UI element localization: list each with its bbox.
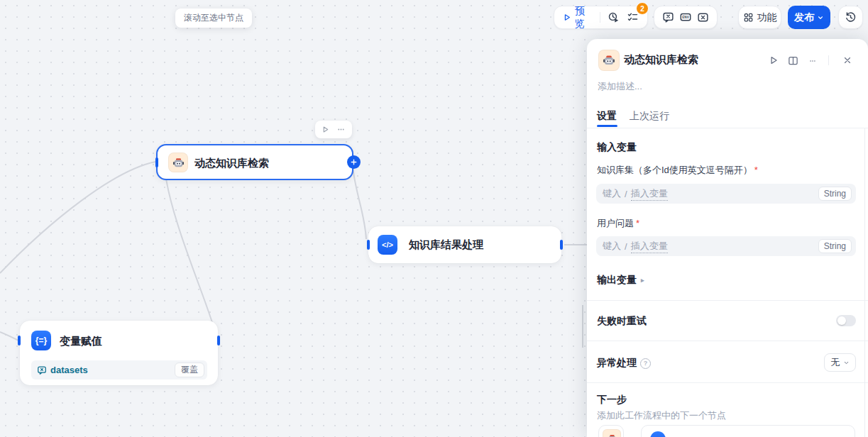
target-handle[interactable]	[155, 157, 158, 167]
required-asterisk: *	[636, 218, 639, 228]
node-kb-result-processor[interactable]: </> 知识库结果处理	[368, 226, 561, 263]
target-handle[interactable]	[367, 240, 370, 250]
x-variable-icon	[697, 11, 709, 23]
preview-button[interactable]: 预览	[563, 5, 593, 31]
field-label: 用户问题*	[597, 217, 639, 230]
robot-emoji-icon	[598, 50, 620, 71]
input-vars-heading: 输入变量	[597, 141, 637, 154]
toolbar-divider	[600, 12, 600, 23]
play-icon	[769, 55, 779, 65]
variable-name: datasets	[50, 365, 88, 375]
features-button[interactable]: 功能	[743, 11, 777, 24]
field-label-text: 用户问题	[597, 218, 634, 228]
panel-run-button[interactable]	[769, 55, 779, 65]
chevron-down-icon	[843, 360, 850, 366]
node-more-icon[interactable]	[336, 126, 346, 133]
next-step-subtitle: 添加此工作流程中的下一个节点	[597, 409, 726, 422]
add-next-node-button[interactable]	[641, 425, 855, 437]
current-node-chip[interactable]	[598, 425, 624, 437]
output-vars-heading: 输出变量	[597, 274, 637, 285]
node-dynamic-kb-retrieval[interactable]: 动态知识库检索	[156, 144, 353, 180]
caret-right-icon: ▸	[641, 277, 644, 284]
panel-more-button[interactable]	[808, 57, 818, 65]
workflow-editor: 滚动至选中节点 动态知识库检索 </> 知识库结果处理 {=} 变量赋值 dat…	[0, 0, 868, 437]
tabs-divider	[587, 128, 868, 128]
chat-variable-button[interactable]	[662, 11, 674, 23]
edge-incoming-assigner[interactable]	[0, 332, 18, 341]
next-node-icon	[650, 431, 666, 437]
required-asterisk: *	[754, 165, 758, 175]
code-icon: </>	[378, 235, 397, 255]
type-badge: String	[818, 239, 852, 253]
chat-variable-icon	[662, 11, 674, 23]
tab-last-run[interactable]: 上次运行	[630, 110, 669, 123]
features-group: 功能	[738, 6, 781, 29]
placeholder-slash: /	[625, 189, 627, 199]
retry-label: 失败时重试	[597, 315, 647, 328]
global-variable-button[interactable]	[697, 11, 709, 23]
section-divider	[587, 341, 868, 341]
scroll-to-node-tooltip: 滚动至选中节点	[175, 9, 252, 28]
checklist-count-badge: 2	[636, 2, 649, 15]
assigned-variable-row[interactable]: datasets 覆盖	[31, 360, 207, 380]
field-label-text: 知识库集（多个Id使用英文逗号隔开）	[597, 165, 752, 175]
panel-split-view-button[interactable]	[788, 55, 798, 66]
edge-retrieval-to-processor[interactable]	[353, 168, 366, 239]
publish-button[interactable]: 发布	[788, 6, 830, 29]
next-step-heading: 下一步	[597, 394, 627, 406]
tab-active-underline	[597, 125, 617, 127]
node-variable-assigner[interactable]: {=} 变量赋值 datasets 覆盖	[20, 321, 218, 385]
placeholder-slash: /	[625, 241, 627, 252]
write-mode-badge: 覆盖	[175, 363, 204, 377]
placeholder-insert-variable: 插入变量	[631, 187, 668, 201]
version-history-button[interactable]	[845, 11, 857, 23]
assigner-icon: {=}	[31, 331, 51, 350]
node-title: 变量赋值	[60, 335, 102, 348]
error-handling-select[interactable]: 无	[824, 353, 856, 372]
placeholder-insert-variable: 插入变量	[631, 240, 668, 253]
placeholder-type: 键入	[603, 240, 621, 253]
split-pane-icon	[788, 55, 798, 66]
user-question-input[interactable]: 键入 / 插入变量 String	[596, 236, 856, 256]
output-vars-toggle[interactable]: 输出变量▸	[597, 274, 644, 287]
type-badge: String	[818, 187, 852, 201]
env-variable-button[interactable]: ENV	[679, 11, 692, 23]
run-toolbar-group: 预览	[554, 6, 648, 29]
node-title: 知识库结果处理	[409, 238, 483, 252]
error-handling-text: 异常处理	[597, 357, 637, 368]
edge-assigner-to-retrieval[interactable]	[165, 169, 217, 339]
description-placeholder[interactable]: 添加描述...	[598, 80, 642, 93]
placeholder-type: 键入	[603, 187, 621, 200]
run-history-button[interactable]	[608, 11, 620, 23]
error-handling-value: 无	[831, 356, 840, 369]
node-run-icon[interactable]	[322, 126, 329, 133]
panel-scroll-gutter[interactable]	[864, 128, 865, 437]
panel-close-button[interactable]	[842, 55, 852, 65]
edge-incoming-left[interactable]	[0, 162, 155, 273]
blocks-icon	[743, 12, 754, 23]
chevron-down-icon	[817, 14, 824, 21]
target-handle[interactable]	[18, 336, 21, 345]
add-node-plus-button[interactable]	[347, 155, 361, 169]
clock-play-icon	[608, 11, 620, 23]
robot-emoji-icon	[168, 153, 188, 172]
env-variable-icon: ENV	[679, 11, 692, 23]
checklist-icon	[627, 11, 639, 23]
chat-variable-icon	[37, 365, 47, 375]
close-icon	[842, 55, 852, 65]
kb-ids-input[interactable]: 键入 / 插入变量 String	[596, 184, 856, 204]
checklist-button[interactable]	[627, 11, 639, 23]
section-divider	[587, 382, 868, 383]
retry-toggle[interactable]	[836, 315, 856, 326]
header-divider	[828, 55, 829, 65]
help-icon: ?	[640, 358, 651, 369]
source-handle[interactable]	[560, 240, 563, 250]
node-config-panel: 动态知识库检索 添加描述... 设置 上次运行 输入变量 知识库集（多个Id使用…	[587, 39, 868, 437]
variables-toolbar-group: ENV	[654, 6, 718, 29]
source-handle[interactable]	[217, 336, 220, 345]
tab-settings[interactable]: 设置	[597, 110, 617, 123]
more-dots-icon	[808, 57, 818, 65]
node-hover-toolbar	[315, 121, 352, 138]
panel-title: 动态知识库检索	[624, 53, 698, 67]
section-divider	[587, 300, 868, 301]
